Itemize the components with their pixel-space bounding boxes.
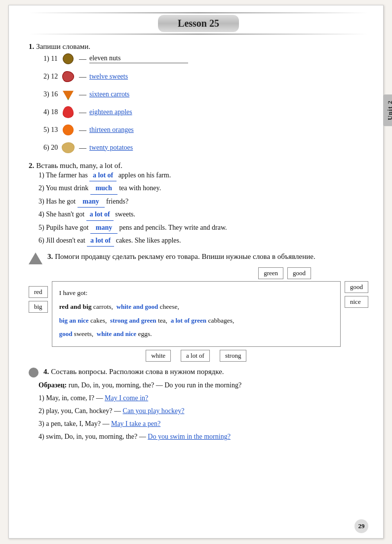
exercise-2: 2. Вставь much, many, a lot of. 1) The f… (29, 162, 368, 247)
ex1-item-6-num: 6) 20 (43, 144, 59, 152)
ex1-icon-nut (59, 51, 77, 67)
chip-nice: nice (345, 296, 368, 308)
chip-good-top: good (287, 267, 311, 279)
ex3-num: 3. (47, 252, 53, 261)
page: Unit 2 Lesson 25 1. Запиши словами. 1) 1… (8, 5, 384, 539)
lesson-title-container: Lesson 25 (29, 12, 368, 35)
ex4-num: 4. (43, 368, 49, 376)
ex2-item-2: 2) You must drink much tea with honey. (39, 183, 368, 194)
chip-alotof: a lot of (181, 350, 210, 362)
fill-white-good: white and good (117, 303, 158, 310)
fill-3: many (78, 196, 105, 208)
ex4-answer-4: Do you swim in the morning? (148, 433, 231, 440)
ex3-instruction: Помоги продавцу сделать рекламу его това… (55, 252, 315, 261)
ex1-icon-sweet (59, 69, 77, 84)
ex2-item-4: 4) She hasn't got a lot of sweets. (39, 209, 368, 220)
exercise-1: 1. Запиши словами. 1) 11 — eleven nuts 2… (29, 42, 368, 156)
text-red-big: red and big (59, 303, 92, 310)
ex4-item-1: 1) May, in, come, I? — May I come in? (39, 392, 368, 404)
page-number: 29 (354, 519, 368, 533)
ex1-answer-2: twelve sweets (89, 73, 188, 81)
ex1-item-3: 3) 16 — sixteen carrots (43, 86, 368, 102)
triangle-icon (29, 252, 42, 264)
ex1-icon-potato (59, 140, 77, 156)
ex4-sample-words: run, Do, in, you, morning, the? — Do you… (69, 381, 241, 389)
top-chips: green good (52, 267, 311, 279)
ad-box: I have got: red and big carrots, white a… (52, 281, 341, 347)
ex1-answer-4: eighteen apples (89, 108, 188, 117)
ex4-answer-2: Can you play hockey? (123, 407, 185, 415)
ex2-item-6: 6) Jill doesn't eat a lot of cakes. She … (39, 235, 368, 247)
ex1-answer-6: twenty potatoes (89, 144, 188, 152)
fill-5: many (90, 222, 118, 234)
ex1-item-5-num: 5) 13 (43, 126, 59, 134)
chip-white: white (146, 350, 171, 362)
fill-white-nice: white and nice (97, 330, 136, 337)
ex1-item-1: 1) 11 — eleven nuts (43, 51, 368, 67)
ex3-header: 3. Помоги продавцу сделать рекламу его т… (29, 252, 368, 264)
ex1-icon-apple (59, 104, 77, 120)
ex4-sample: Образец: run, Do, in, you, morning, the?… (39, 379, 368, 391)
ex2-item-3: 3) Has he got many friends? (39, 196, 368, 208)
ex1-icon-orange (59, 122, 77, 138)
ex4-answer-1: May I come in? (105, 394, 148, 402)
center-content: green good I have got: red and big carro… (52, 267, 341, 362)
ex2-header: 2. Вставь much, many, a lot of. (29, 162, 368, 170)
ex1-item-2: 2) 12 — twelve sweets (43, 69, 368, 84)
ex4-header: 4. Составь вопросы. Расположи слова в ну… (29, 368, 368, 377)
circle-icon (29, 368, 39, 377)
ex1-item-6: 6) 20 — twenty potatoes (43, 140, 368, 156)
fill-6: a lot of (87, 235, 114, 247)
ex1-item-5: 5) 13 — thirteen oranges (43, 122, 368, 138)
fill-1: a lot of (89, 170, 117, 181)
ex2-item-1: 1) The farmer has a lot of apples on his… (39, 170, 368, 181)
right-chips: good nice (345, 281, 368, 308)
ex1-instruction: Запиши словами. (36, 42, 90, 51)
ex1-item-1-num: 1) 11 (43, 55, 59, 63)
ex1-icon-carrot (59, 86, 77, 102)
ex2-instruction: Вставь much, many, a lot of. (36, 162, 122, 170)
chip-strong: strong (220, 350, 247, 362)
ex1-item-4: 4) 18 — eighteen apples (43, 104, 368, 120)
bottom-chips: white a lot of strong (52, 350, 341, 362)
ex1-item-3-num: 3) 16 (43, 90, 59, 98)
lesson-title: Lesson 25 (158, 15, 239, 32)
ex4-item-4: 4) swim, Do, in, you, morning, the? — Do… (39, 431, 368, 442)
exercise-4: 4. Составь вопросы. Расположи слова в ну… (29, 368, 368, 442)
fill-lot-green: a lot of green (171, 317, 206, 324)
fill-strong-green: strong and green (110, 317, 156, 324)
ad-line-1: I have got: (59, 287, 333, 299)
ex1-num: 1. (29, 42, 34, 51)
ex4-item-2: 2) play, you, Can, hockey? — Can you pla… (39, 405, 368, 417)
fill-big-nice: big an nice (59, 317, 89, 324)
ex4-item-3: 3) a pen, take, I, May? — May I take a p… (39, 418, 368, 429)
ex1-answer-1: eleven nuts (89, 54, 188, 63)
ex2-num: 2. (29, 162, 34, 170)
exercise-3: 3. Помоги продавцу сделать рекламу его т… (29, 252, 368, 362)
ex4-sample-label: Образец: (39, 381, 67, 389)
ex1-header: 1. Запиши словами. (29, 42, 368, 51)
left-chips: red big (29, 286, 48, 313)
ex4-instruction: Составь вопросы. Расположи слова в нужно… (51, 368, 224, 376)
ex1-item-2-num: 2) 12 (43, 73, 59, 81)
ad-line-2: red and big carrots, white and good chee… (59, 300, 333, 313)
fill-good: good (59, 330, 73, 337)
chip-good-right: good (345, 281, 368, 293)
ex2-item-5: 5) Pupils have got many pens and pencils… (39, 222, 368, 234)
ex1-answer-5: thirteen oranges (89, 126, 188, 134)
chip-green: green (258, 267, 283, 279)
ad-line-4: good sweets, white and nice eggs. (59, 328, 333, 340)
ex1-item-4-num: 4) 18 (43, 108, 59, 116)
unit-tab: Unit 2 (383, 94, 392, 126)
fill-4: a lot of (86, 209, 114, 220)
ex4-answer-3: May I take a pen? (111, 420, 160, 427)
ad-line-3: big an nice cakes, strong and green tea,… (59, 314, 333, 327)
chip-red: red (29, 286, 48, 298)
fill-2: much (90, 183, 118, 194)
ex1-answer-3: sixteen carrots (89, 90, 188, 99)
chip-big: big (29, 301, 48, 313)
